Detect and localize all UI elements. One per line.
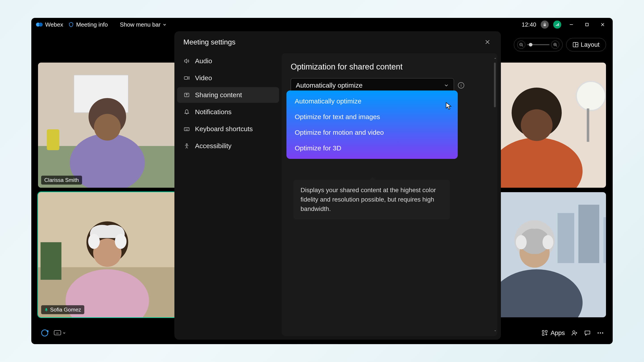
app-name: Webex [45, 21, 63, 28]
option-tooltip: Displays your shared content at the high… [294, 180, 450, 219]
sidebar-item-sharing-content[interactable]: Sharing content [177, 87, 279, 103]
name-tag: Sofia Gomez [41, 305, 84, 314]
svg-point-1 [39, 22, 43, 26]
video-tile-active[interactable]: Sofia Gomez [38, 192, 177, 317]
apps-icon [542, 330, 548, 336]
dropdown-option-motion-video[interactable]: Optimize for motion and video [288, 125, 456, 140]
svg-rect-5 [558, 23, 559, 26]
svg-point-58 [573, 331, 575, 333]
option-label: Optimize for 3D [295, 144, 341, 152]
dropdown-option-text-images[interactable]: Optimize for text and images [288, 109, 456, 125]
sidebar-item-label: Notifications [195, 108, 232, 116]
speaker-icon [184, 58, 190, 64]
info-icon[interactable]: i [458, 82, 464, 88]
scroll-thumb[interactable] [494, 62, 496, 107]
zoom-slider[interactable] [527, 44, 550, 45]
content-scrollbar[interactable]: ⌃ ⌄ [494, 57, 496, 332]
select-value: Automatically optimize [296, 81, 362, 89]
svg-point-28 [576, 81, 606, 111]
svg-point-25 [94, 114, 120, 141]
sidebar-item-audio[interactable]: Audio [177, 53, 279, 69]
menu-bar-label: Show menu bar [120, 21, 160, 28]
svg-point-32 [521, 109, 552, 141]
apps-button[interactable]: Apps [542, 329, 565, 337]
chevron-down-icon [162, 22, 167, 27]
signal-button[interactable] [553, 20, 561, 28]
sidebar-item-accessibility[interactable]: Accessibility [177, 138, 279, 154]
maximize-icon [585, 23, 589, 26]
check-icon: ✓ [444, 98, 450, 105]
participant-video [38, 192, 177, 317]
zoom-out-button[interactable] [517, 41, 525, 49]
sidebar-item-label: Accessibility [195, 142, 232, 150]
svg-line-16 [556, 45, 557, 46]
minimize-button[interactable] [566, 20, 577, 28]
svg-point-67 [185, 128, 186, 129]
svg-rect-3 [556, 25, 556, 26]
svg-point-68 [186, 128, 186, 129]
settings-sidebar: Audio Video Sharing content Notification… [174, 51, 282, 340]
scroll-up-arrow[interactable]: ⌃ [494, 57, 496, 61]
chevron-down-icon [444, 83, 449, 88]
apps-label: Apps [550, 329, 565, 337]
close-icon [485, 39, 490, 44]
layout-label: Layout [581, 41, 600, 48]
more-icon[interactable] [597, 332, 604, 334]
zoom-in-button[interactable] [551, 41, 559, 49]
optimization-dropdown: Automatically optimize ✓ Optimize for te… [287, 91, 457, 158]
chevron-down-icon [62, 331, 66, 335]
sidebar-item-notifications[interactable]: Notifications [177, 104, 279, 120]
video-icon [184, 75, 190, 81]
svg-rect-43 [558, 213, 574, 263]
svg-rect-64 [184, 77, 188, 79]
svg-text:cc: cc [56, 332, 59, 334]
dialog-close-button[interactable] [483, 37, 492, 46]
shield-icon [68, 22, 74, 27]
dropdown-option-3d[interactable]: Optimize for 3D [288, 140, 456, 157]
assistant-icon[interactable] [40, 329, 49, 338]
svg-point-50 [542, 235, 554, 249]
sidebar-item-label: Video [195, 74, 212, 82]
scroll-down-arrow[interactable]: ⌄ [494, 328, 496, 332]
sidebar-item-label: Sharing content [195, 91, 242, 99]
svg-rect-66 [184, 128, 189, 131]
participant-name: Clarissa Smith [44, 177, 79, 183]
svg-rect-57 [542, 334, 544, 336]
minimize-icon [569, 22, 573, 26]
webex-icon [36, 21, 43, 28]
show-menu-bar-button[interactable]: Show menu bar [120, 21, 167, 28]
svg-rect-55 [542, 331, 544, 332]
svg-point-72 [186, 144, 188, 145]
signal-icon [555, 22, 559, 26]
close-icon [600, 22, 605, 26]
video-tile[interactable]: Clarissa Smith [38, 62, 177, 188]
dropdown-option-auto[interactable]: Automatically optimize ✓ [288, 92, 456, 109]
sidebar-item-video[interactable]: Video [177, 70, 279, 86]
svg-point-39 [88, 234, 100, 249]
svg-point-52 [47, 330, 48, 332]
mic-icon [44, 308, 48, 312]
meeting-info-button[interactable]: Meeting info [68, 21, 108, 28]
maximize-button[interactable] [582, 20, 592, 28]
close-window-button[interactable] [597, 20, 608, 28]
zoom-control[interactable] [514, 38, 562, 51]
view-toolbar: Layout [514, 38, 606, 51]
svg-point-40 [115, 234, 126, 249]
svg-point-69 [187, 128, 188, 129]
name-tag: Clarissa Smith [41, 176, 82, 185]
option-label: Optimize for text and images [295, 113, 380, 121]
sidebar-item-keyboard-shortcuts[interactable]: Keyboard shortcuts [177, 121, 279, 137]
participants-icon[interactable] [571, 330, 578, 336]
chat-icon[interactable] [584, 330, 591, 336]
share-icon [184, 92, 190, 98]
layout-button[interactable]: Layout [566, 38, 606, 51]
dialog-title: Meeting settings [183, 38, 236, 46]
svg-point-70 [188, 128, 188, 129]
svg-rect-4 [557, 24, 558, 26]
svg-point-61 [602, 333, 603, 334]
meeting-settings-dialog: Meeting settings Audio Video Sharing con… [174, 31, 501, 340]
lock-button[interactable] [541, 20, 549, 28]
app-logo: Webex [36, 21, 63, 28]
cc-icon: cc [54, 330, 61, 336]
closed-captions-button[interactable]: cc [54, 330, 66, 336]
